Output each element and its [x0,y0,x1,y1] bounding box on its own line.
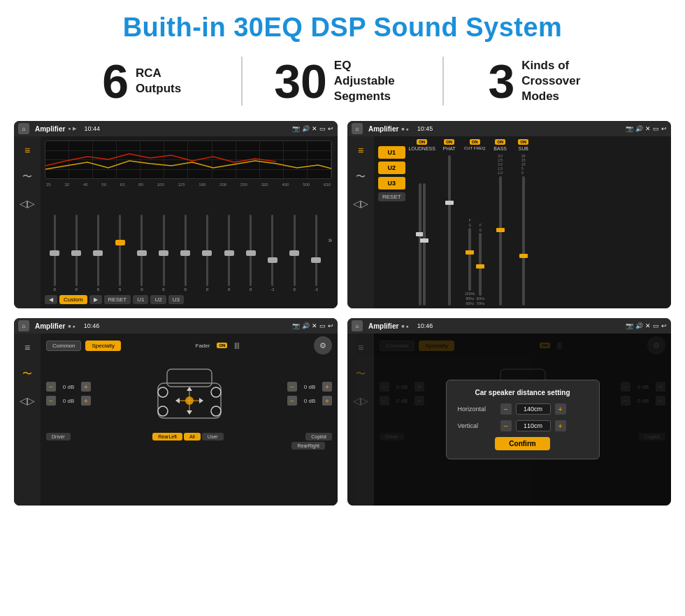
eq-u1-btn[interactable]: U1 [133,295,148,304]
stats-row: 6 RCAOutputs 30 EQ AdjustableSegments 3 … [0,50,685,115]
bass-on-badge: ON [495,139,505,145]
zone-driver[interactable]: Driver [46,433,71,440]
status-bar-3: ⌂ Amplifier ■ ● 10:46 📷🔊✕▭↩ [14,318,338,334]
sidebar-3: ≡ 〜 ◁▷ [14,334,41,506]
eq-slider-5[interactable]: 0 [154,215,173,292]
stat-desc-crossover: Kinds ofCrossover Modes [521,58,598,104]
crossover-reset-btn[interactable]: RESET [378,192,405,201]
fader-on-badge: ON [217,343,227,348]
db-value-rr: 0 dB [299,398,320,404]
time-1: 10:44 [85,125,101,132]
sidebar-speaker-icon[interactable]: ◁▷ [17,194,37,213]
db-control-fr: − 0 dB + [287,382,332,392]
eq-u2-btn[interactable]: U2 [150,295,166,304]
eq-u3-btn[interactable]: U3 [168,295,184,304]
status-icons-2: 📷🔊✕▭↩ [626,125,667,132]
sidebar-eq-icon-4: ≡ [351,338,370,357]
eq-slider-9[interactable]: 0 [241,215,261,292]
sidebar-eq-icon-3[interactable]: ≡ [17,338,37,357]
preset-u1[interactable]: U1 [378,146,405,159]
crossover-presets: U1 U2 U3 RESET [378,139,405,306]
horizontal-minus-btn[interactable]: − [500,403,512,415]
tab-specialty[interactable]: Specialty [85,341,120,351]
phat-label: PHAT [443,146,456,151]
svg-marker-9 [187,387,192,391]
app-name-2: Amplifier [368,125,398,133]
eq-bottom-bar: ◀ Custom ▶ RESET U1 U2 U3 [45,293,332,304]
sidebar-eq-icon-2[interactable]: ≡ [351,141,370,160]
loudness-label: LOUDNESS [408,146,435,151]
zone-all[interactable]: All [184,433,201,440]
sidebar-wave-icon[interactable]: 〜 [17,167,37,187]
app-name-4: Amplifier [368,322,398,330]
db-plus-rr[interactable]: + [322,396,332,406]
home-icon-3[interactable]: ⌂ [18,320,29,331]
eq-custom-btn[interactable]: Custom [59,295,87,304]
eq-slider-2[interactable]: 0 [88,215,108,292]
db-minus-fl[interactable]: − [46,382,56,392]
db-plus-fr[interactable]: + [322,382,332,392]
eq-slider-6[interactable]: 0 [175,215,195,292]
db-plus-rl[interactable]: + [81,396,91,406]
zone-user[interactable]: User [202,433,224,440]
stat-crossover: 3 Kinds ofCrossover Modes [444,57,643,105]
preset-u2[interactable]: U2 [378,162,405,174]
eq-play-btn[interactable]: ▶ [89,295,102,304]
home-icon-2[interactable]: ⌂ [352,123,363,134]
home-icon-1[interactable]: ⌂ [18,123,29,134]
page-title: Buith-in 30EQ DSP Sound System [0,0,685,50]
distance-dialog: Car speaker distance setting Horizontal … [446,380,600,459]
sidebar-wave-icon-2[interactable]: 〜 [351,167,370,187]
eq-slider-0[interactable]: 0 [45,215,64,292]
stat-desc-rca: RCAOutputs [136,66,181,96]
eq-slider-3[interactable]: 5 [110,215,130,292]
eq-slider-8[interactable]: 0 [219,215,239,292]
zone-rearright[interactable]: RearRight [291,442,325,450]
eq-slider-12[interactable]: -1 [306,215,326,292]
db-minus-rl[interactable]: − [46,396,56,406]
sidebar-wave-icon-4: 〜 [351,364,370,384]
db-control-rr: − 0 dB + [287,396,332,406]
zone-copilot[interactable]: Copilot [305,433,332,440]
preset-u3[interactable]: U3 [378,177,405,189]
stat-number-eq: 30 [274,57,327,105]
dialog-vertical-row: Vertical − 110cm + [458,420,588,431]
eq-graph [45,141,332,179]
time-2: 10:45 [417,125,433,132]
app-name-3: Amplifier [35,322,65,330]
car-diagram [95,359,283,429]
confirm-button[interactable]: Confirm [495,437,549,450]
screen-eq: ⌂ Amplifier ● ▶ 10:44 📷🔊✕▭↩ ≡ 〜 ◁▷ [14,121,338,308]
svg-point-4 [158,406,168,416]
status-bar-2: ⌂ Amplifier ■ ● 10:45 📷🔊✕▭↩ [347,121,671,136]
svg-rect-1 [167,369,212,387]
time-4: 10:46 [417,322,433,329]
crossover-main: U1 U2 U3 RESET ON LOUDNESS [374,136,671,308]
sidebar-speaker-icon-2[interactable]: ◁▷ [351,194,370,213]
horizontal-plus-btn[interactable]: + [555,403,566,415]
eq-prev-btn[interactable]: ◀ [45,295,57,304]
vertical-plus-btn[interactable]: + [555,420,566,431]
sidebar-speaker-icon-3[interactable]: ◁▷ [17,391,37,410]
sidebar-wave-icon-3[interactable]: 〜 [17,364,37,384]
eq-slider-1[interactable]: 0 [66,215,86,292]
eq-slider-11[interactable]: 0 [284,215,304,292]
db-minus-rr[interactable]: − [287,396,297,406]
vertical-minus-btn[interactable]: − [500,420,512,431]
tab-common[interactable]: Common [46,341,81,351]
eq-main: 253240506380 100125160200250320 40050063… [41,136,338,308]
eq-reset-btn[interactable]: RESET [104,295,131,304]
zone-rearleft[interactable]: RearLeft [152,433,182,440]
sidebar-speaker-icon-4: ◁▷ [351,391,370,410]
db-minus-fr[interactable]: − [287,382,297,392]
settings-icon[interactable]: ⚙ [314,336,332,354]
sidebar-eq-icon[interactable]: ≡ [17,141,37,160]
db-plus-fl[interactable]: + [81,382,91,392]
eq-slider-4[interactable]: 0 [132,215,152,292]
eq-slider-7[interactable]: 0 [197,215,217,292]
stat-desc-eq: EQ AdjustableSegments [334,58,411,104]
eq-slider-10[interactable]: -1 [263,215,282,292]
home-icon-4[interactable]: ⌂ [352,320,363,331]
dialog-horizontal-row: Horizontal − 140cm + [458,403,588,415]
screen-crossover: ⌂ Amplifier ■ ● 10:45 📷🔊✕▭↩ ≡ 〜 ◁▷ U1 U2… [347,121,671,308]
